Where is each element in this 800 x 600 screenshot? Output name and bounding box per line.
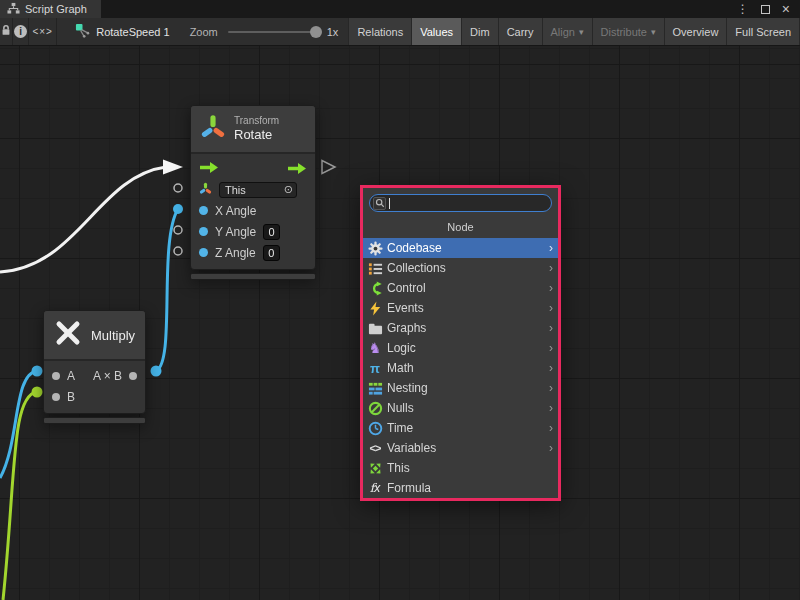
finder-item-variables[interactable]: <> Variables ›	[363, 438, 558, 458]
nesting-icon	[367, 380, 383, 396]
graph-reference-label: RotateSpeed 1	[96, 26, 169, 38]
finder-item-formula[interactable]: fx Formula	[363, 478, 558, 498]
chevron-right-icon: ›	[549, 381, 553, 395]
float-port-icon[interactable]	[199, 227, 208, 236]
finder-item-codebase[interactable]: Codebase ›	[363, 238, 558, 258]
window-maximize-button[interactable]	[761, 5, 770, 14]
flow-out-arrow-icon[interactable]	[287, 162, 307, 175]
zoom-slider-handle[interactable]	[310, 26, 322, 38]
input-b-port-icon[interactable]	[52, 393, 60, 401]
script-graph-window: Script Graph ⋮ × i <×> RotateSpeed 1 Zoo…	[0, 0, 800, 600]
finder-item-time[interactable]: Time ›	[363, 418, 558, 438]
node-header: Multiply	[44, 311, 145, 361]
xangle-input-port[interactable]	[173, 204, 183, 214]
control-flow-row	[191, 158, 315, 179]
code-view-button[interactable]: <×>	[29, 18, 57, 45]
finder-item-control[interactable]: Control ›	[363, 278, 558, 298]
toolbar-button-relations[interactable]: Relations	[348, 18, 411, 46]
finder-item-nulls[interactable]: Nulls ›	[363, 398, 558, 418]
object-picker-icon[interactable]: ⊙	[284, 184, 293, 195]
node-title: Rotate	[234, 127, 279, 143]
chevron-right-icon: ›	[549, 361, 553, 375]
toolbar-button-overview[interactable]: Overview	[664, 18, 727, 46]
finder-item-math[interactable]: π Math ›	[363, 358, 558, 378]
finder-search-row	[363, 188, 558, 215]
node-category: Transform	[234, 115, 279, 128]
float-port-icon[interactable]	[199, 248, 208, 257]
chevron-right-icon: ›	[549, 441, 553, 455]
zangle-input-port[interactable]	[174, 247, 182, 255]
multiply-output-wire-dot[interactable]	[151, 366, 162, 377]
toolbar-button-values[interactable]: Values	[411, 18, 461, 46]
chevron-right-icon: ›	[549, 401, 553, 415]
finder-item-graphs[interactable]: Graphs ›	[363, 318, 558, 338]
control-input-arrow[interactable]	[163, 160, 183, 175]
value-input[interactable]: 0	[263, 245, 280, 261]
toolbar-button-full-screen[interactable]: Full Screen	[726, 18, 800, 46]
value-port-rows: X Angle Y Angle 0	[191, 200, 315, 263]
flow-in-arrow-icon[interactable]	[199, 160, 219, 178]
node-footer	[190, 273, 316, 280]
dropdown-caret-icon: ▾	[651, 27, 656, 37]
graph-canvas[interactable]: Transform Rotate	[0, 46, 800, 600]
time-icon	[367, 420, 383, 436]
toolbar-button-align[interactable]: Align ▾	[542, 18, 592, 46]
multiply-node[interactable]: Multiply A A × B B	[43, 310, 146, 424]
value-input[interactable]: 0	[263, 224, 280, 240]
chevron-right-icon: ›	[549, 241, 553, 255]
script-graph-asset-icon	[75, 23, 90, 40]
graph-hierarchy-icon	[7, 2, 20, 17]
formula-icon: fx	[367, 480, 383, 496]
window-controls: ⋮ ×	[737, 0, 800, 18]
dropdown-caret-icon: ▾	[579, 27, 584, 37]
graph-reference[interactable]: RotateSpeed 1	[75, 18, 169, 45]
window-menu-button[interactable]: ⋮	[737, 2, 749, 16]
value-port-row-y-angle: Y Angle 0	[191, 221, 315, 242]
output-port-icon[interactable]	[129, 372, 137, 380]
this-object-field[interactable]: This ⊙	[219, 182, 297, 198]
multiply-b-input-port[interactable]	[32, 387, 43, 398]
window-close-button[interactable]: ×	[782, 1, 790, 17]
finder-search-box[interactable]	[369, 194, 552, 212]
lock-button[interactable]	[0, 18, 13, 45]
float-port-icon[interactable]	[199, 206, 208, 215]
node-header: Transform Rotate	[191, 106, 315, 154]
info-button[interactable]: i	[13, 18, 29, 45]
tab-label: Script Graph	[25, 3, 87, 15]
multiply-a-input-port[interactable]	[32, 366, 43, 377]
finder-list: Codebase › Collections › Control ›	[363, 238, 558, 498]
node-title: Multiply	[91, 328, 135, 343]
zoom-value: 1x	[327, 26, 339, 38]
lock-icon	[0, 24, 12, 39]
graphs-icon	[367, 320, 383, 336]
zoom-slider[interactable]	[228, 31, 320, 33]
collections-icon	[367, 260, 383, 276]
code-view-icon: <×>	[32, 26, 53, 37]
control-output-triangle[interactable]	[322, 161, 335, 174]
finder-item-this[interactable]: This	[363, 458, 558, 478]
chevron-right-icon: ›	[549, 301, 553, 315]
multiply-icon	[53, 318, 83, 352]
toolbar-button-group: Relations Values Dim Carry	[348, 18, 800, 46]
input-a-port-icon[interactable]	[52, 372, 60, 380]
variables-icon: <>	[367, 440, 383, 456]
tab-bar: Script Graph ⋮ ×	[0, 0, 800, 18]
zoom-label: Zoom	[190, 26, 218, 38]
this-input-port[interactable]	[174, 184, 182, 192]
transform-rotate-node[interactable]: Transform Rotate	[190, 105, 316, 280]
finder-search-input[interactable]	[390, 197, 551, 209]
input-a-label: A	[67, 369, 75, 383]
graph-toolbar: i <×> RotateSpeed 1 Zoom 1x Relations	[0, 18, 800, 46]
toolbar-button-dim[interactable]: Dim	[461, 18, 498, 46]
toolbar-button-distribute[interactable]: Distribute ▾	[592, 18, 664, 46]
finder-item-nesting[interactable]: Nesting ›	[363, 378, 558, 398]
control-icon	[367, 280, 383, 296]
toolbar-button-carry[interactable]: Carry	[498, 18, 542, 46]
finder-item-logic[interactable]: ♞ Logic ›	[363, 338, 558, 358]
finder-header: Node	[363, 215, 558, 238]
finder-item-events[interactable]: Events ›	[363, 298, 558, 318]
finder-item-collections[interactable]: Collections ›	[363, 258, 558, 278]
tab-script-graph[interactable]: Script Graph	[0, 0, 101, 18]
yangle-input-port[interactable]	[174, 226, 182, 234]
wire-into-multiply-b	[3, 392, 37, 600]
